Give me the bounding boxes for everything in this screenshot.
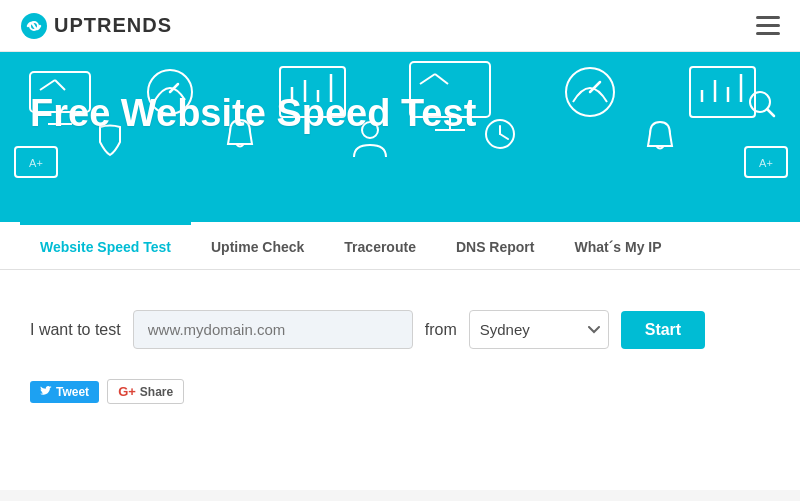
start-button[interactable]: Start — [621, 311, 705, 349]
svg-line-18 — [435, 74, 448, 84]
form-label-test: I want to test — [30, 321, 121, 339]
url-input[interactable] — [133, 310, 413, 349]
tabs-bar: Website Speed Test Uptime Check Tracerou… — [0, 222, 800, 270]
svg-text:A+: A+ — [759, 157, 773, 169]
header: UPTRENDS — [0, 0, 800, 52]
hero-title: Free Website Speed Test — [30, 92, 770, 135]
logo-text: UPTRENDS — [54, 14, 172, 37]
tweet-label: Tweet — [56, 385, 89, 399]
tab-uptime-check[interactable]: Uptime Check — [191, 222, 324, 269]
hamburger-line-1 — [756, 16, 780, 19]
gplus-button[interactable]: G+ Share — [107, 379, 184, 404]
uptrends-logo-icon — [20, 12, 48, 40]
social-bar: Tweet G+ Share — [30, 379, 770, 404]
form-label-from: from — [425, 321, 457, 339]
svg-line-5 — [40, 80, 55, 90]
test-form: I want to test from Sydney New York Lond… — [30, 310, 770, 349]
location-select[interactable]: Sydney New York London Amsterdam Singapo… — [469, 310, 609, 349]
svg-text:A+: A+ — [29, 157, 43, 169]
main-content: I want to test from Sydney New York Lond… — [0, 270, 800, 490]
gplus-label: Share — [140, 385, 173, 399]
hamburger-line-3 — [756, 32, 780, 35]
hamburger-menu[interactable] — [756, 16, 780, 35]
tab-whats-my-ip[interactable]: What´s My IP — [554, 222, 681, 269]
tab-dns-report[interactable]: DNS Report — [436, 222, 555, 269]
hamburger-line-2 — [756, 24, 780, 27]
logo[interactable]: UPTRENDS — [20, 12, 172, 40]
tab-website-speed-test[interactable]: Website Speed Test — [20, 222, 191, 269]
gplus-icon-text: G+ — [118, 384, 136, 399]
svg-line-6 — [55, 80, 65, 90]
svg-line-17 — [420, 74, 435, 84]
tweet-button[interactable]: Tweet — [30, 381, 99, 403]
twitter-icon — [40, 386, 52, 398]
hero-banner: A+ A+ Free Website Speed Test — [0, 52, 800, 222]
tab-traceroute[interactable]: Traceroute — [324, 222, 436, 269]
hero-background-icons: A+ A+ — [0, 52, 800, 222]
